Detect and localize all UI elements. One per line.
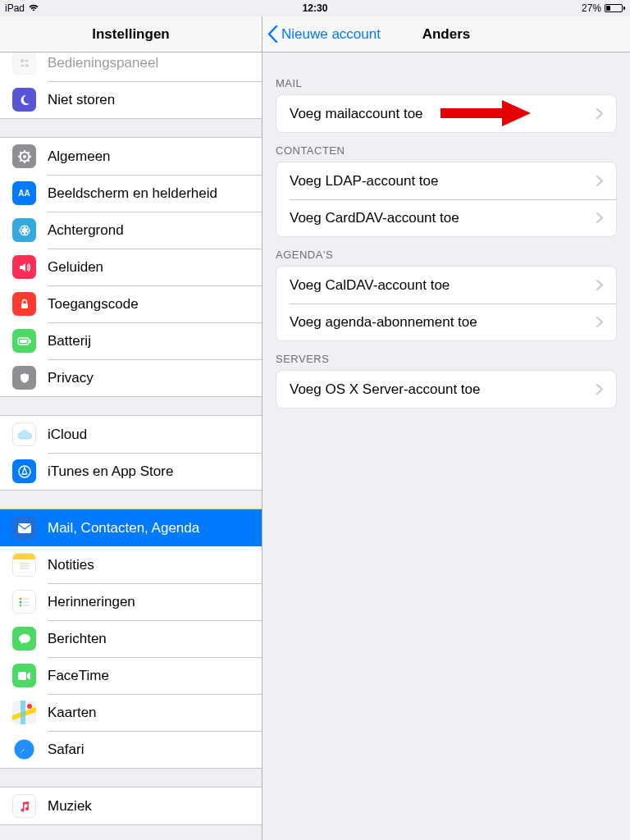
chevron-left-icon (267, 25, 278, 43)
svg-rect-26 (18, 523, 31, 533)
chevron-right-icon (596, 384, 603, 395)
sidebar-item-sounds[interactable]: Geluiden (0, 249, 262, 285)
sidebar-item-label: Beeldscherm en helderheid (48, 185, 217, 202)
sidebar-item-label: Berichten (48, 631, 107, 647)
sidebar-item-label: Achtergrond (48, 222, 124, 239)
svg-point-32 (19, 604, 21, 606)
safari-icon (12, 737, 36, 761)
sidebar-item-label: Batterij (48, 333, 91, 349)
sidebar-item-music[interactable]: Muziek (0, 788, 262, 824)
moon-icon (12, 88, 36, 112)
row-label: Voeg OS X Server-account toe (290, 381, 480, 398)
row-label: Voeg LDAP-account toe (290, 173, 438, 189)
row-add-caldav-account[interactable]: Voeg CalDAV-account toe (276, 267, 616, 304)
svg-point-31 (19, 600, 21, 603)
sounds-icon (12, 255, 36, 279)
svg-line-15 (28, 152, 29, 153)
row-add-calendar-subscription[interactable]: Voeg agenda-abonnement toe (276, 304, 616, 340)
sidebar-item-label: Kaarten (48, 705, 97, 721)
sidebar-item-facetime[interactable]: FaceTime (0, 657, 262, 694)
mail-icon (12, 516, 36, 540)
sidebar-item-label: Privacy (48, 370, 94, 386)
sidebar-title: Instellingen (92, 26, 169, 43)
row-add-ldap-account[interactable]: Voeg LDAP-account toe (276, 162, 616, 199)
svg-point-4 (25, 64, 29, 67)
svg-rect-40 (441, 108, 506, 118)
sidebar-item-label: Mail, Contacten, Agenda (48, 520, 199, 536)
row-label: Voeg mailaccount toe (290, 106, 423, 122)
chevron-right-icon (596, 176, 603, 186)
chevron-right-icon (596, 212, 603, 223)
sidebar-item-label: Bedieningspaneel (48, 55, 158, 71)
privacy-icon (12, 366, 36, 390)
wifi-icon (28, 2, 39, 14)
row-add-mail-account[interactable]: Voeg mailaccount toe (276, 95, 616, 132)
sidebar-item-reminders[interactable]: Herinneringen (0, 583, 262, 620)
status-bar: iPad 12:30 27% (0, 0, 630, 16)
svg-rect-36 (18, 672, 26, 680)
sidebar-item-maps[interactable]: Kaarten (0, 694, 262, 731)
sidebar-item-messages[interactable]: Berichten (0, 620, 262, 657)
clock: 12:30 (303, 2, 328, 14)
detail-pane: Nieuwe account Anders MAIL Voeg mailacco… (262, 16, 630, 840)
sidebar-item-label: Herinneringen (48, 594, 135, 610)
sidebar-item-general[interactable]: Algemeen (0, 138, 262, 175)
icloud-icon (12, 422, 36, 446)
sidebar-item-notes[interactable]: Notities (0, 546, 262, 583)
svg-rect-24 (20, 340, 27, 343)
sidebar-item-passcode[interactable]: Toegangscode (0, 285, 262, 322)
section-header-servers: SERVERS (262, 341, 630, 370)
sidebar-item-control-center[interactable]: Bedieningspaneel (0, 52, 262, 81)
sidebar-item-label: iCloud (48, 427, 87, 443)
sidebar-item-wallpaper[interactable]: Achtergrond (0, 212, 262, 249)
wallpaper-icon (12, 218, 36, 242)
sidebar-nav-header: Instellingen (0, 16, 262, 52)
row-add-osx-server-account[interactable]: Voeg OS X Server-account toe (276, 371, 616, 408)
sidebar-item-mail-contacts-calendar[interactable]: Mail, Contacten, Agenda (0, 509, 262, 546)
section-header-mail: MAIL (262, 52, 630, 94)
sidebar-item-icloud[interactable]: iCloud (0, 416, 262, 453)
svg-rect-3 (25, 60, 29, 62)
appstore-icon (12, 459, 36, 483)
chevron-right-icon (596, 108, 603, 119)
sidebar-item-do-not-disturb[interactable]: Niet storen (0, 81, 262, 118)
back-button[interactable]: Nieuwe account (267, 25, 381, 43)
sidebar-item-label: FaceTime (48, 668, 109, 684)
svg-rect-5 (21, 65, 25, 66)
notes-icon (12, 553, 36, 577)
svg-rect-23 (30, 340, 31, 343)
svg-rect-21 (21, 304, 28, 308)
battery-settings-icon (12, 329, 36, 353)
maps-icon (12, 701, 36, 724)
svg-point-30 (19, 597, 21, 600)
chevron-right-icon (596, 317, 603, 327)
back-label: Nieuwe account (281, 26, 381, 43)
sidebar-item-label: Algemeen (48, 148, 111, 165)
carrier-label: iPad (5, 2, 25, 14)
svg-line-14 (20, 160, 21, 161)
music-icon (12, 794, 36, 818)
battery-pct: 27% (582, 2, 601, 14)
facetime-icon (12, 664, 36, 687)
sidebar-item-safari[interactable]: Safari (0, 731, 262, 768)
sidebar-item-label: Niet storen (48, 92, 115, 108)
sidebar-item-display[interactable]: AA Beeldscherm en helderheid (0, 175, 262, 212)
sidebar-item-label: iTunes en App Store (48, 463, 173, 480)
red-arrow-annotation (441, 100, 531, 126)
svg-line-12 (20, 152, 21, 153)
sidebar-item-battery[interactable]: Batterij (0, 322, 262, 359)
sidebar-item-label: Geluiden (48, 259, 103, 276)
reminders-icon (12, 590, 36, 614)
row-add-carddav-account[interactable]: Voeg CardDAV-account toe (276, 199, 616, 236)
detail-title: Anders (422, 26, 471, 43)
sidebar-item-label: Muziek (48, 798, 92, 815)
detail-nav-header: Nieuwe account Anders (262, 16, 630, 52)
control-center-icon (12, 52, 36, 75)
sidebar-item-itunes-appstore[interactable]: iTunes en App Store (0, 453, 262, 490)
section-header-contacts: CONTACTEN (262, 133, 630, 162)
sidebar-item-privacy[interactable]: Privacy (0, 359, 262, 396)
row-label: Voeg CardDAV-account toe (290, 210, 459, 226)
row-label: Voeg CalDAV-account toe (290, 277, 450, 294)
display-icon: AA (12, 181, 36, 205)
svg-point-38 (27, 704, 32, 709)
